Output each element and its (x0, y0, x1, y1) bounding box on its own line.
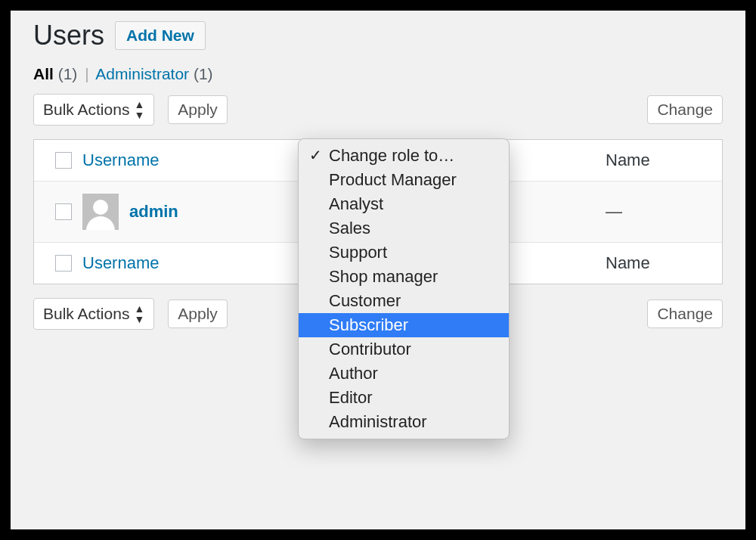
role-option[interactable]: Change role to… (299, 144, 509, 168)
filter-all-label[interactable]: All (33, 65, 54, 82)
app-frame: Users Add New All (1) | Administrator (1… (0, 0, 756, 540)
column-name-header: Name (606, 151, 711, 170)
filter-administrator-count: (1) (194, 65, 213, 82)
column-username-footer[interactable]: Username (82, 253, 159, 273)
add-new-button[interactable]: Add New (115, 21, 206, 50)
role-filter-links: All (1) | Administrator (1) (33, 65, 723, 83)
column-username-header[interactable]: Username (82, 151, 159, 170)
filter-administrator-link[interactable]: Administrator (95, 65, 189, 82)
bulk-actions-select-top[interactable]: Bulk Actions ▲▼ (33, 94, 154, 126)
role-option[interactable]: Subscriber (299, 313, 509, 337)
role-option[interactable]: Contributor (299, 337, 509, 362)
bulk-actions-top: Bulk Actions ▲▼ Apply Change (33, 94, 723, 126)
change-role-dropdown[interactable]: Change role to…Product ManagerAnalystSal… (298, 138, 510, 439)
caret-icon: ▲▼ (134, 99, 144, 120)
role-option[interactable]: Author (299, 362, 509, 386)
column-name-footer: Name (606, 253, 711, 273)
role-option[interactable]: Analyst (299, 192, 509, 216)
role-option[interactable]: Shop manager (299, 265, 509, 289)
role-option[interactable]: Support (299, 241, 509, 265)
role-option[interactable]: Administrator (299, 410, 509, 434)
role-option[interactable]: Sales (299, 216, 509, 241)
apply-button-bottom[interactable]: Apply (168, 299, 228, 328)
select-all-checkbox-bottom[interactable] (55, 255, 72, 272)
name-cell: — (606, 202, 711, 222)
bulk-actions-label: Bulk Actions (43, 101, 129, 119)
change-role-button-top[interactable]: Change (647, 95, 723, 124)
apply-button-top[interactable]: Apply (168, 95, 228, 124)
page-title: Users (33, 20, 104, 51)
select-all-checkbox-top[interactable] (55, 152, 72, 169)
role-option[interactable]: Product Manager (299, 168, 509, 192)
bulk-actions-select-bottom[interactable]: Bulk Actions ▲▼ (33, 298, 154, 330)
caret-icon: ▲▼ (134, 303, 144, 324)
role-option[interactable]: Customer (299, 289, 509, 313)
avatar-icon (82, 194, 119, 230)
page-header: Users Add New (33, 20, 723, 51)
username-link[interactable]: admin (129, 202, 178, 222)
page-content: Users Add New All (1) | Administrator (1… (11, 11, 745, 330)
change-role-button-bottom[interactable]: Change (647, 299, 723, 328)
filter-all-count: (1) (58, 65, 78, 82)
row-checkbox[interactable] (55, 203, 72, 220)
role-option[interactable]: Editor (299, 386, 509, 410)
bulk-actions-label: Bulk Actions (43, 305, 129, 323)
filter-separator: | (85, 65, 88, 82)
